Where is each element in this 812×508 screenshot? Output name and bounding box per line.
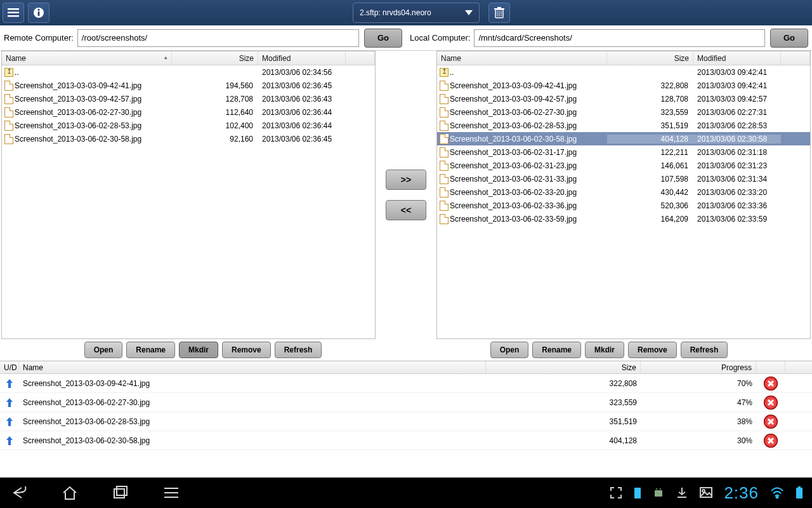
file-row[interactable]: Screenshot_2013-03-06-02-31-33.jpg 107,5… [437, 172, 810, 185]
file-modified: 2013/03/06 02:36:43 [258, 95, 346, 104]
svg-point-27 [656, 488, 657, 490]
remote-col-size[interactable]: Size [172, 51, 258, 65]
svg-rect-0 [8, 8, 19, 10]
remote-col-name[interactable]: Name▴ [2, 51, 172, 65]
file-row[interactable]: Screenshot_2013-03-03-09-42-57.jpg 128,7… [437, 92, 810, 105]
local-mkdir-button[interactable]: Mkdir [585, 342, 624, 358]
status-clock: 2:36 [724, 483, 759, 503]
queue-col-size[interactable]: Size [486, 361, 641, 373]
local-open-button[interactable]: Open [490, 342, 529, 358]
queue-row[interactable]: Screenshot_2013-03-03-09-42-41.jpg 322,8… [0, 374, 812, 393]
file-icon [4, 107, 13, 117]
queue-col-ud[interactable]: U/D [0, 361, 19, 373]
local-go-button[interactable]: Go [770, 29, 808, 48]
queue-row[interactable]: Screenshot_2013-03-06-02-30-58.jpg 404,1… [0, 431, 812, 450]
local-col-size[interactable]: Size [607, 51, 693, 65]
local-col-name[interactable]: Name [437, 51, 607, 65]
file-modified: 2013/03/06 02:36:45 [258, 135, 346, 144]
file-name: Screenshot_2013-03-06-02-28-53.jpg [449, 121, 607, 130]
file-row[interactable]: Screenshot_2013-03-06-02-27-30.jpg 112,6… [2, 105, 375, 119]
file-row[interactable]: Screenshot_2013-03-03-09-42-41.jpg 194,5… [2, 79, 375, 92]
file-row[interactable]: Screenshot_2013-03-06-02-30-58.jpg 92,16… [2, 132, 375, 145]
queue-cancel-button[interactable] [764, 396, 778, 410]
remote-file-list[interactable]: .. 2013/03/06 02:34:56 Screenshot_2013-0… [2, 65, 375, 338]
queue-progress: 30% [641, 436, 756, 445]
battery-saver-icon [634, 486, 641, 499]
local-path-input[interactable] [474, 29, 765, 47]
remote-refresh-button[interactable]: Refresh [275, 342, 322, 358]
svg-rect-34 [798, 486, 801, 488]
queue-file-name: Screenshot_2013-03-06-02-30-58.jpg [19, 436, 486, 445]
queue-cancel-button[interactable] [764, 434, 778, 448]
file-modified: 2013/03/06 02:31:34 [693, 175, 781, 184]
local-refresh-button[interactable]: Refresh [681, 342, 728, 358]
file-size: 194,560 [172, 81, 258, 90]
local-col-modified[interactable]: Modified [693, 51, 781, 65]
transfer-right-button[interactable]: >> [386, 170, 426, 190]
parent-dir-row[interactable]: .. 2013/03/06 02:34:56 [2, 65, 375, 79]
file-row[interactable]: Screenshot_2013-03-06-02-31-17.jpg 122,2… [437, 145, 810, 159]
svg-rect-20 [114, 489, 124, 498]
file-row[interactable]: Screenshot_2013-03-06-02-30-58.jpg 404,1… [437, 132, 810, 145]
file-name: Screenshot_2013-03-03-09-42-41.jpg [13, 81, 172, 90]
file-icon [440, 147, 449, 157]
remote-path-input[interactable] [77, 29, 359, 47]
queue-progress: 70% [641, 379, 756, 388]
delete-button[interactable] [488, 3, 510, 23]
local-remove-button[interactable]: Remove [628, 342, 677, 358]
file-name: Screenshot_2013-03-06-02-30-58.jpg [13, 135, 172, 144]
parent-dir-row[interactable]: .. 2013/03/03 09:42:41 [437, 65, 810, 79]
nav-back-button[interactable] [9, 483, 29, 503]
file-row[interactable]: Screenshot_2013-03-06-02-33-36.jpg 520,3… [437, 199, 810, 212]
remote-remove-button[interactable]: Remove [222, 342, 271, 358]
queue-cancel-button[interactable] [764, 377, 778, 391]
file-icon [440, 94, 449, 104]
wifi-icon [770, 487, 784, 498]
status-area[interactable]: 2:36 [610, 483, 803, 503]
file-row[interactable]: Screenshot_2013-03-06-02-28-53.jpg 351,5… [437, 119, 810, 132]
local-rename-button[interactable]: Rename [532, 342, 581, 358]
menu-button[interactable] [3, 3, 24, 23]
nav-menu-button[interactable] [161, 483, 181, 503]
remote-mkdir-button[interactable]: Mkdir [179, 342, 218, 358]
upload-arrow-icon [5, 378, 14, 389]
queue-col-progress[interactable]: Progress [641, 361, 756, 373]
file-row[interactable]: Screenshot_2013-03-03-09-42-57.jpg 128,7… [2, 92, 375, 105]
file-row[interactable]: Screenshot_2013-03-06-02-33-59.jpg 164,2… [437, 212, 810, 225]
file-row[interactable]: Screenshot_2013-03-06-02-28-53.jpg 102,4… [2, 119, 375, 132]
remote-go-button[interactable]: Go [364, 29, 402, 48]
queue-file-name: Screenshot_2013-03-06-02-27-30.jpg [19, 398, 486, 407]
sort-asc-icon: ▴ [164, 54, 167, 60]
info-button[interactable] [28, 3, 49, 23]
download-icon [676, 486, 688, 499]
connection-label: 2.sftp: nrvds04.neoro [360, 8, 431, 17]
remote-rename-button[interactable]: Rename [126, 342, 175, 358]
file-icon [440, 81, 449, 91]
remote-header: Name▴ Size Modified [2, 51, 375, 65]
remote-col-modified[interactable]: Modified [258, 51, 346, 65]
svg-rect-4 [38, 11, 40, 16]
nav-home-button[interactable] [60, 483, 80, 503]
file-size: 122,211 [607, 148, 693, 157]
file-row[interactable]: Screenshot_2013-03-06-02-33-20.jpg 430,4… [437, 185, 810, 199]
connection-selector[interactable]: 2.sftp: nrvds04.neoro [353, 3, 480, 23]
file-size: 430,442 [607, 188, 693, 197]
queue-row[interactable]: Screenshot_2013-03-06-02-27-30.jpg 323,5… [0, 393, 812, 412]
remote-open-button[interactable]: Open [84, 342, 123, 358]
local-file-list[interactable]: .. 2013/03/03 09:42:41 Screenshot_2013-0… [437, 65, 810, 338]
file-icon [4, 121, 13, 131]
nav-recent-button[interactable] [110, 483, 131, 503]
file-row[interactable]: Screenshot_2013-03-06-02-27-30.jpg 323,5… [437, 105, 810, 119]
queue-cancel-button[interactable] [764, 415, 778, 429]
transfer-controls: >> << [376, 51, 436, 339]
chevron-down-icon [465, 10, 473, 15]
queue-col-name[interactable]: Name [19, 361, 486, 373]
file-icon [440, 201, 449, 211]
file-row[interactable]: Screenshot_2013-03-06-02-31-23.jpg 146,0… [437, 159, 810, 172]
file-row[interactable]: Screenshot_2013-03-03-09-42-41.jpg 322,8… [437, 79, 810, 92]
transfer-left-button[interactable]: << [386, 200, 426, 220]
file-icon [440, 161, 449, 171]
file-icon [440, 121, 449, 131]
queue-row[interactable]: Screenshot_2013-03-06-02-28-53.jpg 351,5… [0, 412, 812, 431]
file-name: Screenshot_2013-03-06-02-28-53.jpg [13, 121, 172, 130]
